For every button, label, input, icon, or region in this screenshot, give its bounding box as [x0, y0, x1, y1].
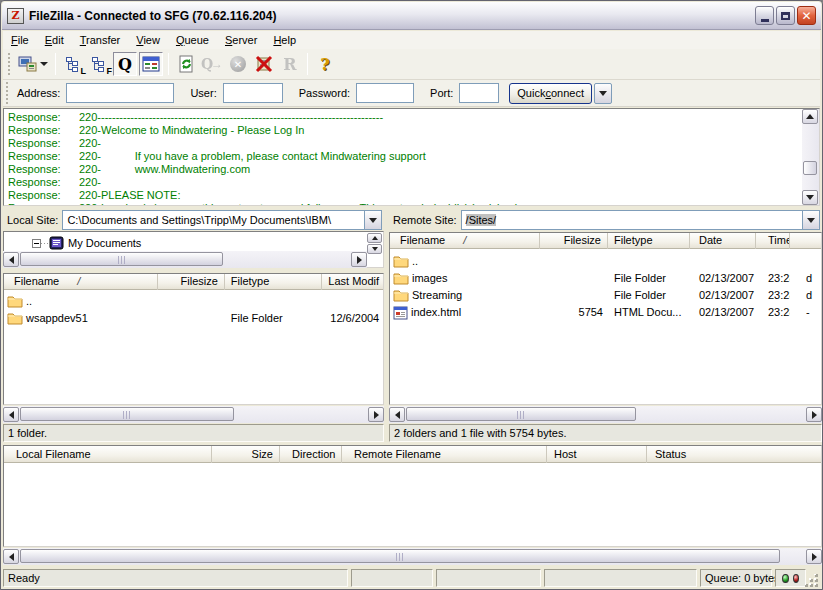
- remote-site-combo[interactable]: /Sites/: [461, 210, 820, 230]
- scrollbar-thumb[interactable]: [20, 252, 223, 266]
- column-header-date[interactable]: Date: [690, 233, 756, 249]
- local-row-parent-dir[interactable]: ..: [4, 293, 383, 310]
- remote-row-images[interactable]: images File Folder 02/13/2007 23:28 d: [390, 270, 821, 287]
- queue-horizontal-scrollbar[interactable]: [3, 548, 822, 565]
- scroll-right-button[interactable]: [806, 407, 822, 422]
- menu-transfer[interactable]: Transfer: [72, 32, 129, 48]
- menu-file[interactable]: File: [3, 32, 37, 48]
- toggle-queue-button[interactable]: Q: [113, 52, 137, 76]
- help-icon: ?: [320, 55, 329, 74]
- arrow-right-icon: [812, 411, 817, 419]
- local-tree-horizontal-scrollbar[interactable]: [3, 251, 367, 268]
- scroll-down-button[interactable]: [367, 244, 382, 254]
- toggle-remote-tree-button[interactable]: F: [87, 52, 111, 76]
- tree-vertical-scrollbar[interactable]: [367, 233, 382, 255]
- scrollbar-thumb[interactable]: [803, 161, 817, 175]
- site-manager-dropdown-icon: [40, 62, 48, 66]
- remote-list-horizontal-scrollbar[interactable]: [389, 406, 822, 423]
- log-vertical-scrollbar[interactable]: [802, 109, 819, 205]
- cancel-icon: ✕: [230, 56, 246, 72]
- local-file-list: Filename/ Filesize Filetype Last Modif .…: [3, 273, 384, 405]
- column-header-direction[interactable]: Direction: [280, 446, 342, 463]
- scroll-right-button[interactable]: [806, 549, 822, 564]
- menu-queue[interactable]: Queue: [168, 32, 217, 48]
- scroll-up-button[interactable]: [367, 233, 382, 243]
- site-manager-button[interactable]: [16, 52, 50, 76]
- menu-edit[interactable]: Edit: [37, 32, 72, 48]
- toggle-transfer-view-button[interactable]: [139, 52, 163, 76]
- user-input[interactable]: [223, 83, 283, 103]
- close-button[interactable]: ✕: [797, 6, 816, 25]
- scroll-left-button[interactable]: [389, 407, 405, 422]
- local-site-label: Local Site:: [7, 214, 58, 226]
- reconnect-button[interactable]: R: [278, 52, 302, 76]
- toolbar-grip[interactable]: [6, 53, 11, 75]
- column-header-filename[interactable]: Filename/: [4, 274, 158, 290]
- sort-ascending-icon: /: [463, 234, 466, 246]
- column-header-remote-filename[interactable]: Remote Filename: [342, 446, 547, 463]
- scroll-left-button[interactable]: [3, 252, 19, 267]
- column-header-last-modified[interactable]: Last Modif: [322, 274, 383, 290]
- column-header-filename[interactable]: Filename/: [390, 233, 540, 249]
- chevron-down-icon: [807, 218, 815, 223]
- connection-indicator: [775, 569, 806, 587]
- remote-site-dropdown-button[interactable]: [802, 211, 819, 229]
- remote-site-bar: Remote Site: /Sites/: [389, 209, 822, 231]
- scroll-up-button[interactable]: [802, 109, 818, 124]
- scroll-left-button[interactable]: [3, 549, 19, 564]
- column-header-filesize[interactable]: Filesize: [540, 233, 608, 249]
- scroll-down-button[interactable]: [802, 190, 818, 205]
- local-list-horizontal-scrollbar[interactable]: [3, 406, 384, 423]
- local-site-dropdown-button[interactable]: [364, 211, 381, 229]
- cancel-button[interactable]: ✕: [226, 52, 250, 76]
- column-header-time[interactable]: Time: [756, 233, 790, 249]
- quickbar-grip[interactable]: [4, 82, 9, 104]
- toggle-local-tree-button[interactable]: L: [61, 52, 85, 76]
- remote-row-streaming[interactable]: Streaming File Folder 02/13/2007 23:28 d: [390, 287, 821, 304]
- local-site-bar: Local Site: C:\Documents and Settings\Tr…: [3, 209, 384, 231]
- local-row-wsappdev51[interactable]: wsappdev51 File Folder 12/6/2004: [4, 310, 383, 327]
- address-input[interactable]: [66, 83, 174, 103]
- scrollbar-thumb[interactable]: [406, 407, 636, 421]
- column-header-filetype[interactable]: Filetype: [225, 274, 322, 290]
- maximize-button[interactable]: [776, 6, 795, 25]
- menu-view[interactable]: View: [128, 32, 168, 48]
- remote-row-parent-dir[interactable]: ..: [390, 253, 821, 270]
- arrow-down-icon: [806, 195, 814, 200]
- column-header-status[interactable]: Status: [647, 446, 821, 463]
- password-input[interactable]: [356, 83, 414, 103]
- menu-help[interactable]: Help: [265, 32, 304, 48]
- column-header-filetype[interactable]: Filetype: [608, 233, 690, 249]
- quickconnect-dropdown-button[interactable]: [594, 83, 612, 104]
- folder-icon: [7, 295, 23, 308]
- scroll-right-button[interactable]: [368, 407, 384, 422]
- quickconnect-button[interactable]: Quickconnect: [509, 83, 592, 104]
- title-bar: Z FileZilla - Connected to SFG (70.62.11…: [2, 2, 821, 30]
- arrow-left-icon: [9, 411, 14, 419]
- menu-server[interactable]: Server: [217, 32, 265, 48]
- scroll-left-button[interactable]: [3, 407, 19, 422]
- column-header-permissions[interactable]: [790, 233, 821, 249]
- tree-collapse-icon[interactable]: [32, 239, 41, 248]
- disconnect-button[interactable]: [252, 52, 276, 76]
- status-pane: [544, 569, 697, 587]
- column-header-filesize[interactable]: Filesize: [158, 274, 225, 290]
- scrollbar-thumb[interactable]: [20, 407, 234, 421]
- remote-row-index-html[interactable]: index.html 5754 HTML Docu... 02/13/2007 …: [390, 304, 821, 321]
- process-queue-button[interactable]: Q →: [200, 52, 224, 76]
- address-label: Address:: [17, 87, 60, 99]
- local-site-combo[interactable]: C:\Documents and Settings\Tripp\My Docum…: [62, 210, 382, 230]
- scroll-right-button[interactable]: [351, 252, 367, 267]
- column-header-size[interactable]: Size: [212, 446, 280, 463]
- refresh-button[interactable]: [174, 52, 198, 76]
- column-header-local-filename[interactable]: Local Filename: [4, 446, 212, 463]
- help-button[interactable]: ?: [313, 52, 337, 76]
- scrollbar-thumb[interactable]: [20, 549, 780, 563]
- arrow-right-icon: [357, 256, 362, 264]
- minimize-button[interactable]: [755, 6, 774, 25]
- column-header-host[interactable]: Host: [547, 446, 647, 463]
- tree-item-my-documents[interactable]: My Documents: [4, 235, 141, 251]
- resize-grip[interactable]: [805, 574, 819, 588]
- port-input[interactable]: [459, 83, 499, 103]
- arrow-up-icon: [372, 236, 378, 240]
